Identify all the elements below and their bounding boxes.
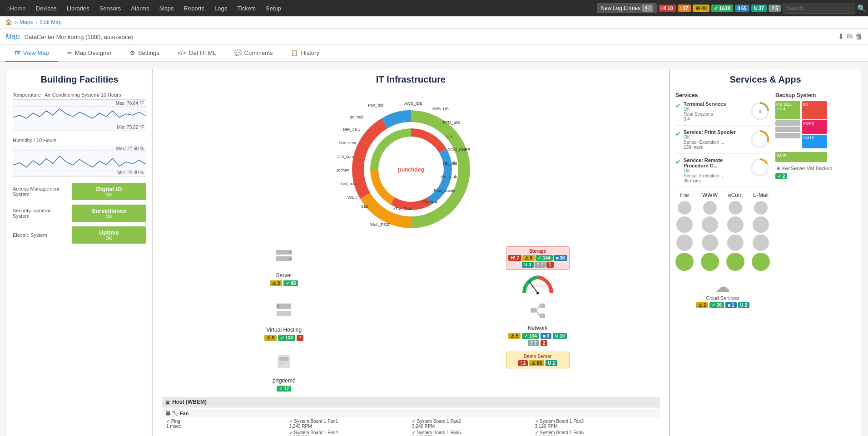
svg-rect-33 bbox=[277, 311, 291, 316]
panel-building-facilities: Building Facilities Temperature · Air Co… bbox=[7, 69, 153, 436]
wbem-section: ▤ Host (WBEM) ▤ 🔧 Fan ✔ Ping1 msec ✔ Sys… bbox=[162, 397, 660, 436]
svg-point-29 bbox=[289, 258, 291, 260]
prtgdemo-icon bbox=[252, 352, 316, 376]
page-header: Map DataCenter Monitoring (1880, auto-sc… bbox=[0, 29, 868, 45]
badge-w[interactable]: W 40 bbox=[693, 5, 709, 12]
svg-rect-42 bbox=[279, 363, 285, 364]
breadcrumb-home-icon[interactable]: 🏠 bbox=[5, 19, 12, 25]
svg-text:AWS_IDE: AWS_IDE bbox=[404, 101, 422, 106]
storage-item[interactable]: Storage H! 7 ⚠ 6 ✓ 144 ■ 36 U 3 ? 7 1 bbox=[506, 246, 570, 295]
badge-h[interactable]: H! 10 bbox=[659, 5, 676, 12]
delete-button[interactable]: 🗑 bbox=[855, 32, 863, 41]
nav-libraries[interactable]: Libraries bbox=[62, 0, 94, 16]
breadcrumb-maps[interactable]: Maps bbox=[20, 19, 33, 25]
badge-ok[interactable]: ✓ 1638 bbox=[711, 5, 733, 12]
imap-bar: IMAP bbox=[775, 152, 827, 162]
server-badges: ⚠ 2 ✓ 98 bbox=[252, 280, 316, 286]
digital-io-button[interactable]: Digital IO OK bbox=[72, 183, 146, 200]
nav-logs[interactable]: Logs bbox=[210, 0, 232, 16]
svg-text:US_: US_ bbox=[446, 134, 455, 138]
wbem-expand-icon[interactable]: ▤ bbox=[165, 400, 169, 405]
nav-tickets[interactable]: Tickets bbox=[233, 0, 260, 16]
network-icon bbox=[506, 301, 570, 325]
get-html-icon: </> bbox=[178, 49, 186, 56]
server-item[interactable]: Server ⚠ 2 ✓ 98 bbox=[252, 246, 316, 295]
tab-view-map[interactable]: 🗺 View Map bbox=[5, 45, 58, 62]
svg-text:hne_com: hne_com bbox=[339, 141, 356, 145]
search-icon[interactable]: 🔍 bbox=[857, 4, 866, 13]
svg-text:WoL_P320: WoL_P320 bbox=[370, 222, 390, 227]
services-list: Services ✔ Terminal Services OK Total Se… bbox=[675, 92, 770, 308]
storage-box: Storage H! 7 ⚠ 6 ✓ 144 ■ 36 U 3 ? 7 1 bbox=[506, 246, 570, 270]
svg-text:AWS_US: AWS_US bbox=[432, 107, 449, 111]
tab-history[interactable]: 📋 History bbox=[282, 45, 328, 62]
xenserver-icon: 🖥 bbox=[775, 166, 780, 171]
svg-rect-34 bbox=[277, 304, 279, 308]
nav-alarms[interactable]: Alarms bbox=[126, 0, 154, 16]
svg-rect-35 bbox=[531, 308, 536, 313]
svg-point-31 bbox=[536, 292, 539, 294]
backup-section: Backup System MS SQL 2014 IIS POP3 SMTP bbox=[775, 92, 855, 308]
apps-grid: File WWW bbox=[675, 192, 770, 271]
breadcrumb: 🏠 › Maps › Edit Map bbox=[0, 16, 868, 29]
svg-text:DCM_CHEE: DCM_CHEE bbox=[447, 147, 471, 152]
demo-server-item[interactable]: Demo Server ! 2 ⚠ 88 U 2 bbox=[506, 352, 570, 392]
fan-icon: 🔧 bbox=[172, 410, 178, 416]
badge-e[interactable]: ! 17 bbox=[678, 5, 691, 12]
svg-point-28 bbox=[289, 251, 291, 253]
security-cameras-row: Security-cameras System Surveillance OK bbox=[13, 205, 146, 222]
wbem-header: ▤ Host (WBEM) bbox=[162, 397, 660, 407]
log-entries-button[interactable]: New Log Entries 47 bbox=[597, 3, 656, 13]
it-title: IT Infrastructure bbox=[162, 74, 660, 85]
svg-text:Port_tbd: Port_tbd bbox=[368, 103, 383, 108]
search-input[interactable] bbox=[783, 3, 855, 14]
services-apps-layout: Services ✔ Terminal Services OK Total Se… bbox=[675, 92, 855, 308]
tab-map-designer[interactable]: ✏ Map Designer bbox=[58, 45, 121, 62]
panel-it-infrastructure: IT Infrastructure bbox=[153, 69, 670, 436]
fan-data-grid: ✔ Ping1 msec ✔ System Board 1 Fan13,240 … bbox=[162, 417, 660, 436]
tab-get-html[interactable]: </> Get HTML bbox=[169, 45, 225, 62]
nav-maps[interactable]: Maps bbox=[155, 0, 179, 16]
svg-text:3: 3 bbox=[759, 109, 761, 114]
svg-text:Plan_anced: Plan_anced bbox=[434, 188, 456, 193]
nav-devices[interactable]: Devices bbox=[31, 0, 61, 16]
download-button[interactable]: ⬇ bbox=[838, 32, 844, 41]
expand-fan-icon[interactable]: ▤ bbox=[165, 410, 170, 416]
uptime-button[interactable]: Uptime OK bbox=[72, 226, 146, 244]
humidity-chart: Max: 27.60 % Min: 25.40 % bbox=[13, 145, 146, 176]
breadcrumb-edit-map[interactable]: Edit Map bbox=[40, 19, 61, 25]
mail-button[interactable]: ✉ bbox=[847, 32, 853, 41]
nav-sensors[interactable]: Sensors bbox=[95, 0, 126, 16]
terminal-services-item: ✔ Terminal Services OK Total Sessions 3 … bbox=[675, 101, 770, 126]
badge-q[interactable]: ? 5 bbox=[769, 5, 781, 12]
prtgdemo-item[interactable]: prtgdemo ✓ 17 bbox=[252, 352, 316, 392]
svg-line-39 bbox=[536, 310, 540, 316]
home-icon: ⌂ bbox=[6, 5, 10, 12]
svg-text:WiLit: WiLit bbox=[347, 195, 357, 200]
gauge-terminal: 3 bbox=[750, 101, 770, 122]
donut-chart: punchdeg AWS_IDE AWS_US FFM_alth US_ DCM… bbox=[162, 92, 660, 246]
network-item[interactable]: Network ⚠ 5 ✓ 134 ■ 3 U 10 ? 7 2 bbox=[506, 301, 570, 346]
badge-u[interactable]: U 37 bbox=[751, 5, 767, 12]
badge-p[interactable]: II 65 bbox=[735, 5, 749, 12]
virtual-hosting-item[interactable]: Virtual Hosting ⚠ 9 ✓ 134 7 bbox=[252, 301, 316, 346]
remote-procedure-item: ✔ Service: Remote Procedure C... OK Sens… bbox=[675, 157, 770, 186]
svg-rect-37 bbox=[540, 314, 545, 318]
nav-reports[interactable]: Reports bbox=[179, 0, 209, 16]
surveillance-button[interactable]: Surveillance OK bbox=[72, 205, 146, 222]
svg-rect-41 bbox=[279, 357, 288, 361]
nav-home[interactable]: ⌂ Home bbox=[2, 0, 30, 16]
gauge-remote-procedure bbox=[750, 157, 770, 179]
temp-chart-label: Temperature · Air Conditioning System/ 1… bbox=[13, 92, 146, 98]
tab-settings[interactable]: ⚙ Settings bbox=[121, 45, 169, 62]
nav-setup[interactable]: Setup bbox=[261, 0, 286, 16]
gauge-print-spooler bbox=[750, 129, 770, 151]
wbem-fan-category: ▤ 🔧 Fan bbox=[162, 409, 660, 417]
svg-text:Led_rob...: Led_rob... bbox=[341, 181, 359, 186]
tab-comments[interactable]: 💬 Comments bbox=[225, 45, 282, 62]
history-icon: 📋 bbox=[291, 49, 298, 56]
svg-rect-36 bbox=[540, 304, 545, 308]
app-email: E-Mail bbox=[752, 192, 770, 271]
settings-icon: ⚙ bbox=[130, 49, 135, 56]
page-actions: ⬇ ✉ 🗑 bbox=[838, 32, 863, 41]
